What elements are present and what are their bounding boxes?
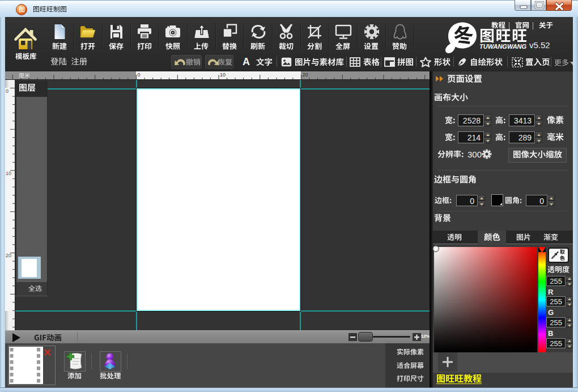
svg-text:10: 10 [6, 171, 11, 176]
svg-text:0: 0 [6, 88, 8, 94]
svg-text:20: 20 [303, 72, 308, 78]
svg-text:0: 0 [138, 72, 141, 78]
svg-text:10: 10 [220, 72, 226, 78]
svg-text:20: 20 [6, 253, 11, 258]
